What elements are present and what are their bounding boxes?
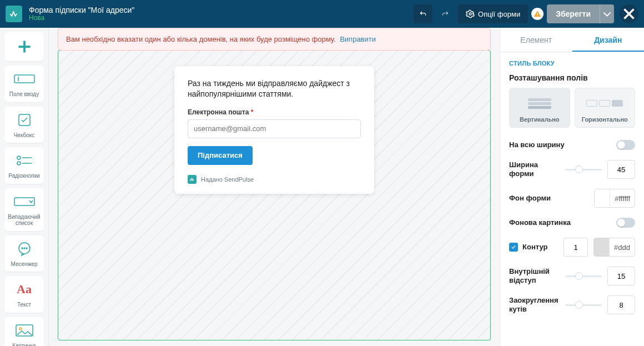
form-preview-card[interactable]: Раз на тиждень ми відправляємо дайджест …: [174, 66, 374, 194]
input-icon: [13, 73, 36, 85]
redo-button[interactable]: [436, 4, 455, 23]
save-button-group: Зберегти: [547, 4, 614, 23]
svg-point-12: [22, 248, 23, 249]
form-width-slider[interactable]: [565, 164, 602, 174]
warning-icon: [534, 10, 541, 18]
form-status: Нова: [29, 14, 134, 22]
form-canvas[interactable]: Раз на тиждень ми відправляємо дайджест …: [58, 50, 491, 340]
alert-text: Вам необхідно вказати один або кілька до…: [66, 35, 336, 43]
form-bg-swatch: [595, 189, 610, 207]
form-bg-color[interactable]: #ffffff: [594, 189, 635, 208]
dropdown-icon: [13, 195, 36, 208]
outline-width-input[interactable]: [564, 238, 588, 257]
outline-color[interactable]: #ddd: [593, 238, 635, 257]
panel-tabs: Елемент Дизайн: [500, 28, 644, 52]
close-button[interactable]: [620, 4, 638, 23]
tab-element[interactable]: Елемент: [500, 28, 572, 52]
tool-checkbox[interactable]: Чекбокс: [4, 107, 44, 143]
subscribe-button[interactable]: Підписатися: [188, 146, 253, 165]
alert-fix-link[interactable]: Виправити: [340, 35, 376, 43]
svg-point-14: [26, 248, 27, 249]
form-options-button[interactable]: Опції форми: [458, 4, 528, 23]
layout-vertical[interactable]: Вертикально: [509, 88, 570, 128]
svg-rect-1: [537, 13, 538, 15]
text-icon: Aa: [17, 282, 32, 297]
svg-rect-15: [16, 325, 33, 336]
toolbox-sidebar: Поле вводу Чекбокс Радіокнопки Випадаючи…: [0, 28, 49, 346]
full-width-label: На всю ширину: [509, 141, 611, 149]
email-field[interactable]: [188, 119, 361, 138]
radio-icon: [15, 154, 34, 167]
svg-point-0: [469, 13, 471, 15]
app-logo: [6, 6, 22, 22]
svg-point-6: [17, 156, 21, 159]
bg-image-toggle[interactable]: [616, 218, 635, 228]
outline-checkbox[interactable]: [509, 243, 518, 252]
svg-rect-3: [14, 75, 34, 83]
svg-point-16: [19, 328, 22, 330]
messenger-icon: [17, 241, 32, 257]
svg-rect-2: [537, 16, 538, 16]
fields-layout-heading: Розташування полів: [509, 73, 635, 82]
form-bg-label: Фон форми: [509, 194, 588, 203]
padding-label: Внутрішній відступ: [509, 267, 560, 285]
form-width-input[interactable]: [607, 160, 635, 179]
tab-design[interactable]: Дизайн: [572, 28, 645, 52]
layout-vertical-preview: [514, 94, 565, 113]
padding-slider[interactable]: [565, 271, 602, 281]
layout-horizontal[interactable]: Горизонтально: [575, 88, 636, 128]
canvas-area: Вам необхідно вказати один або кілька до…: [49, 28, 500, 346]
outline-label: Контур: [509, 243, 558, 252]
properties-panel: Елемент Дизайн СТИЛЬ БЛОКУ Розташування …: [500, 28, 644, 346]
form-title: Форма підписки "Мої адреси": [29, 6, 134, 14]
radius-slider[interactable]: [565, 300, 602, 310]
svg-point-8: [17, 162, 21, 165]
radius-input[interactable]: [607, 295, 635, 314]
tool-dropdown[interactable]: Випадаючий список: [4, 188, 44, 231]
bg-image-label: Фонова картинка: [509, 218, 611, 227]
save-dropdown-caret[interactable]: [600, 4, 614, 23]
full-width-toggle[interactable]: [616, 140, 635, 150]
padding-input[interactable]: [607, 267, 635, 285]
form-width-label: Ширина форми: [509, 161, 560, 179]
tool-input[interactable]: Поле вводу: [4, 66, 44, 102]
outline-swatch: [594, 238, 610, 256]
chevron-down-icon: [600, 7, 614, 21]
sendpulse-logo: [188, 175, 197, 184]
form-options-label: Опції форми: [478, 10, 520, 18]
checkbox-icon: [17, 113, 32, 127]
tool-image[interactable]: Картинка: [4, 317, 44, 347]
plus-icon: [14, 37, 34, 57]
svg-point-13: [24, 248, 25, 249]
gear-icon: [466, 9, 475, 18]
domain-alert: Вам необхідно вказати один або кілька до…: [58, 28, 491, 51]
header-title-block: Форма підписки "Мої адреси" Нова: [29, 6, 134, 22]
undo-button[interactable]: [414, 4, 432, 23]
powered-by: Надано SendPulse: [188, 175, 361, 184]
warning-badge[interactable]: [531, 8, 544, 20]
tool-add[interactable]: [4, 32, 44, 61]
tool-radio[interactable]: Радіокнопки: [4, 147, 44, 184]
email-label: Електронна пошта *: [188, 108, 361, 116]
section-block-style: СТИЛЬ БЛОКУ: [509, 60, 635, 67]
close-icon: [620, 4, 638, 23]
layout-horizontal-preview: [580, 94, 631, 113]
radius-label: Заокруглення кутів: [509, 296, 560, 314]
form-description: Раз на тиждень ми відправляємо дайджест …: [188, 78, 361, 99]
required-mark: *: [251, 108, 254, 116]
save-button[interactable]: Зберегти: [547, 4, 600, 23]
image-icon: [15, 324, 34, 337]
tool-text[interactable]: Aa Текст: [4, 276, 44, 313]
app-header: Форма підписки "Мої адреси" Нова Опції ф…: [0, 0, 644, 28]
tool-messenger[interactable]: Месенжер: [4, 235, 44, 272]
